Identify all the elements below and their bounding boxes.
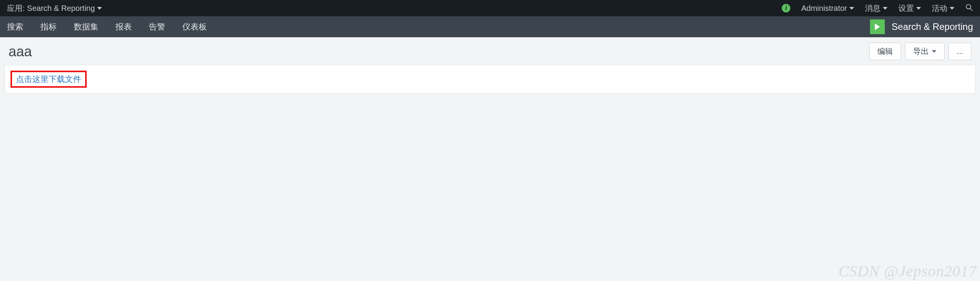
export-button-label: 导出 <box>913 46 929 57</box>
app-prefix-label: 应用: <box>7 3 25 14</box>
content-panel: 点击这里下载文件 <box>5 65 975 94</box>
user-label: Administrator <box>801 4 847 13</box>
activity-menu[interactable]: 活动 <box>932 3 954 14</box>
edit-button-label: 编辑 <box>877 46 893 57</box>
watermark: CSDN @Jepson2017 <box>839 262 977 280</box>
more-button-label: ... <box>957 47 963 56</box>
messages-label: 消息 <box>865 3 880 14</box>
caret-down-icon <box>97 7 102 10</box>
more-button[interactable]: ... <box>949 43 971 60</box>
nav-item-alerts[interactable]: 告警 <box>149 21 165 32</box>
global-search-icon[interactable] <box>965 3 973 13</box>
user-menu[interactable]: Administrator <box>801 4 854 13</box>
app-name-label: Search & Reporting <box>27 4 95 13</box>
caret-down-icon <box>950 7 954 10</box>
global-top-bar: 应用: Search & Reporting i Administrator 消… <box>0 0 980 16</box>
app-brand[interactable]: Search & Reporting <box>870 19 973 34</box>
caret-down-icon <box>849 7 854 10</box>
export-button[interactable]: 导出 <box>905 43 945 60</box>
brand-logo-icon <box>870 19 885 34</box>
edit-button[interactable]: 编辑 <box>869 43 901 60</box>
brand-label: Search & Reporting <box>892 21 973 32</box>
svg-point-0 <box>966 4 971 9</box>
caret-down-icon <box>916 7 921 10</box>
caret-down-icon <box>883 7 887 10</box>
nav-item-datasets[interactable]: 数据集 <box>74 21 98 32</box>
app-switcher[interactable]: 应用: Search & Reporting <box>7 3 102 14</box>
highlight-box: 点击这里下载文件 <box>10 71 87 88</box>
nav-item-reports[interactable]: 报表 <box>115 21 132 32</box>
settings-label: 设置 <box>898 3 914 14</box>
header-actions: 编辑 导出 ... <box>869 43 971 60</box>
nav-item-metrics[interactable]: 指标 <box>40 21 57 32</box>
info-icon[interactable]: i <box>782 4 790 12</box>
settings-menu[interactable]: 设置 <box>898 3 921 14</box>
page-title: aaa <box>9 43 32 60</box>
download-file-link[interactable]: 点击这里下载文件 <box>16 75 81 83</box>
messages-menu[interactable]: 消息 <box>865 3 887 14</box>
top-right-group: i Administrator 消息 设置 活动 <box>782 3 973 14</box>
page-header: aaa 编辑 导出 ... <box>0 37 980 65</box>
app-nav-bar: 搜索 指标 数据集 报表 告警 仪表板 Search & Reporting <box>0 16 980 37</box>
nav-item-search[interactable]: 搜索 <box>7 21 23 32</box>
caret-down-icon <box>932 50 936 53</box>
svg-line-1 <box>970 8 973 10</box>
nav-items: 搜索 指标 数据集 报表 告警 仪表板 <box>7 21 207 32</box>
nav-item-dashboards[interactable]: 仪表板 <box>182 21 207 32</box>
activity-label: 活动 <box>932 3 947 14</box>
